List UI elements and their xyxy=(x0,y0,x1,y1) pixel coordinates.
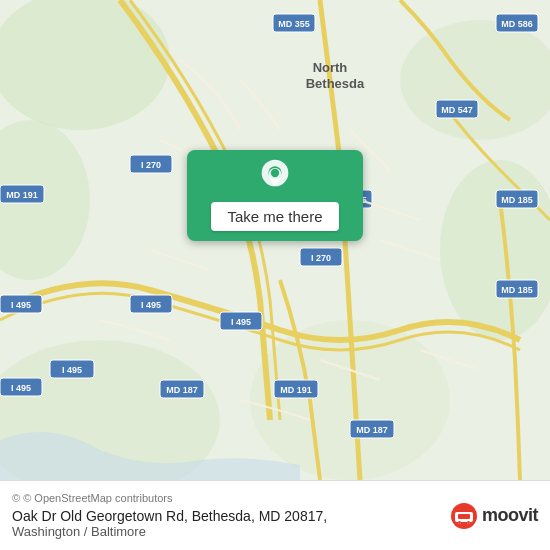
region-text: Washington / Baltimore xyxy=(12,524,327,539)
popup-box: Take me there xyxy=(187,150,363,241)
svg-point-45 xyxy=(271,169,279,177)
svg-text:MD 185: MD 185 xyxy=(501,195,533,205)
svg-text:MD 355: MD 355 xyxy=(278,19,310,29)
svg-text:I 495: I 495 xyxy=(11,300,31,310)
svg-text:MD 547: MD 547 xyxy=(441,105,473,115)
svg-text:North: North xyxy=(313,60,348,75)
svg-text:MD 191: MD 191 xyxy=(280,385,312,395)
attribution-text: © OpenStreetMap contributors xyxy=(23,492,172,504)
svg-text:I 495: I 495 xyxy=(11,383,31,393)
svg-rect-47 xyxy=(458,514,470,519)
svg-point-49 xyxy=(467,521,470,524)
svg-text:MD 187: MD 187 xyxy=(166,385,198,395)
svg-text:MD 586: MD 586 xyxy=(501,19,533,29)
copyright-symbol: © xyxy=(12,492,20,504)
svg-text:MD 185: MD 185 xyxy=(501,285,533,295)
svg-text:I 495: I 495 xyxy=(231,317,251,327)
moovit-brand-icon xyxy=(450,502,478,530)
svg-point-48 xyxy=(458,521,461,524)
moovit-logo: moovit xyxy=(450,502,538,530)
svg-text:I 495: I 495 xyxy=(62,365,82,375)
svg-text:MD 191: MD 191 xyxy=(6,190,38,200)
svg-text:MD 187: MD 187 xyxy=(356,425,388,435)
svg-text:I 270: I 270 xyxy=(311,253,331,263)
button-overlay: Take me there xyxy=(187,150,363,241)
footer-left: © © OpenStreetMap contributors Oak Dr Ol… xyxy=(12,492,327,539)
attribution: © © OpenStreetMap contributors xyxy=(12,492,327,504)
address-text: Oak Dr Old Georgetown Rd, Bethesda, MD 2… xyxy=(12,508,327,524)
svg-text:I 270: I 270 xyxy=(141,160,161,170)
moovit-brand-text: moovit xyxy=(482,505,538,526)
svg-text:Bethesda: Bethesda xyxy=(306,76,365,91)
location-pin-icon xyxy=(255,158,295,198)
svg-text:I 495: I 495 xyxy=(141,300,161,310)
footer: © © OpenStreetMap contributors Oak Dr Ol… xyxy=(0,480,550,550)
take-me-there-button[interactable]: Take me there xyxy=(211,202,338,231)
map-container: I 495 I 495 I 270 I 270 MD 355 MD 586 MD… xyxy=(0,0,550,480)
